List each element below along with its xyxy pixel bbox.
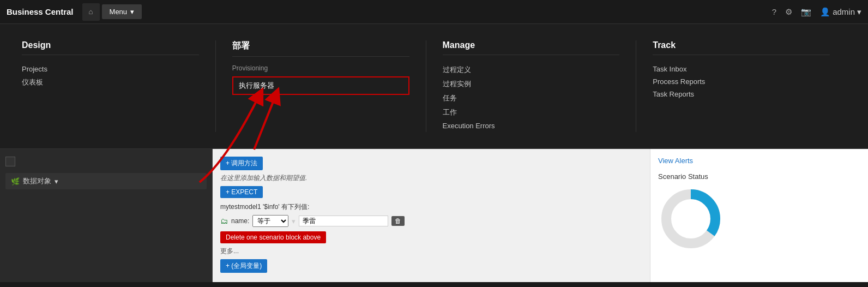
name-label: name:	[231, 217, 249, 225]
menu-section-track: Track Task Inbox Process Reports Task Re…	[653, 40, 846, 132]
design-section-title: Design	[22, 40, 199, 55]
menu-button[interactable]: Menu ▾	[102, 4, 142, 19]
menu-item-task-reports[interactable]: Task Reports	[653, 88, 830, 100]
menu-item-process-definition[interactable]: 过程定义	[443, 63, 620, 77]
home-button[interactable]: ⌂	[82, 3, 100, 21]
menu-item-dashboard[interactable]: 仪表板	[22, 75, 199, 89]
user-chevron-icon: ▾	[857, 7, 861, 17]
scenario-status-chart	[658, 186, 724, 252]
menu-item-execution-errors[interactable]: Execution Errors	[443, 119, 620, 132]
deploy-section-title: 部署	[232, 40, 409, 57]
home-icon: ⌂	[89, 8, 93, 16]
menu-item-projects[interactable]: Projects	[22, 63, 199, 75]
menu-item-process-reports[interactable]: Process Reports	[653, 75, 830, 88]
data-object-item[interactable]: 🌿 数据对象 ▾	[5, 173, 207, 189]
menu-item-process-instance[interactable]: 过程实例	[443, 77, 620, 91]
excel-icon: 🗂	[220, 217, 228, 225]
right-panel: View Alerts Scenario Status	[650, 149, 868, 282]
app-brand: Business Central	[7, 7, 74, 16]
data-object-chevron-icon: ▾	[55, 177, 58, 186]
svg-line-0	[254, 95, 276, 150]
settings-icon[interactable]: ⚙	[785, 7, 792, 17]
menu-item-execution-server[interactable]: 执行服务器	[232, 76, 409, 95]
main-content: + 调用方法 在这里添加输入数据和期望值. + EXPECT mytestmod…	[213, 149, 650, 282]
hint-text: 在这里添加输入数据和期望值.	[220, 174, 642, 183]
deploy-subsection-title: Provisioning	[232, 64, 409, 72]
user-icon: 👤	[820, 7, 830, 17]
user-label: admin	[833, 7, 855, 16]
view-alerts-link[interactable]: View Alerts	[658, 157, 860, 165]
camera-icon[interactable]: 📷	[801, 7, 811, 17]
menu-section-manage: Manage 过程定义 过程实例 任务 工作 Execution Errors	[443, 40, 637, 132]
menu-item-work[interactable]: 工作	[443, 105, 620, 119]
help-icon[interactable]: ?	[772, 7, 776, 16]
data-object-icon: 🌿	[11, 177, 20, 186]
form-row: 🗂 name: 等于 不等于 大于 小于 ▾ 🗑	[220, 215, 642, 227]
left-sidebar: 🌿 数据对象 ▾	[0, 149, 213, 282]
data-object-label: 数据对象	[23, 176, 51, 186]
add-method-button[interactable]: + 调用方法	[220, 157, 263, 170]
mega-menu: Design Projects 仪表板 部署 Provisioning 执行服务…	[0, 24, 868, 149]
menu-section-deploy: 部署 Provisioning 执行服务器	[232, 40, 426, 132]
sidebar-checkbox[interactable]	[5, 157, 15, 166]
user-menu[interactable]: 👤 admin ▾	[820, 7, 861, 17]
value-input[interactable]	[299, 216, 388, 226]
track-section-title: Track	[653, 40, 830, 55]
more-link[interactable]: 更多...	[220, 247, 642, 256]
delete-scenario-button[interactable]: Delete one scenario block above	[220, 231, 326, 243]
menu-item-task-inbox[interactable]: Task Inbox	[653, 63, 830, 75]
scenario-status-title: Scenario Status	[658, 172, 860, 181]
menu-item-tasks[interactable]: 任务	[443, 91, 620, 105]
operator-select[interactable]: 等于 不等于 大于 小于	[252, 215, 288, 227]
menu-chevron-icon: ▾	[130, 8, 134, 16]
content-area: 🌿 数据对象 ▾ + 调用方法 在这里添加输入数据和期望值. + EXPECT …	[0, 149, 868, 282]
chevron-down-icon: ▾	[292, 217, 296, 225]
global-var-button[interactable]: + (全局变量)	[220, 259, 267, 273]
menu-section-design: Design Projects 仪表板	[22, 40, 216, 132]
expect-button[interactable]: + EXPECT	[220, 186, 263, 198]
delete-row-button[interactable]: 🗑	[391, 216, 405, 226]
manage-section-title: Manage	[443, 40, 620, 55]
menu-label: Menu	[110, 8, 128, 16]
navbar: Business Central ⌂ Menu ▾ ? ⚙ 📷 👤 admin …	[0, 0, 868, 24]
navbar-right: ? ⚙ 📷 👤 admin ▾	[772, 7, 861, 17]
info-text: mytestmodel1 '$info' 有下列值:	[220, 202, 642, 212]
